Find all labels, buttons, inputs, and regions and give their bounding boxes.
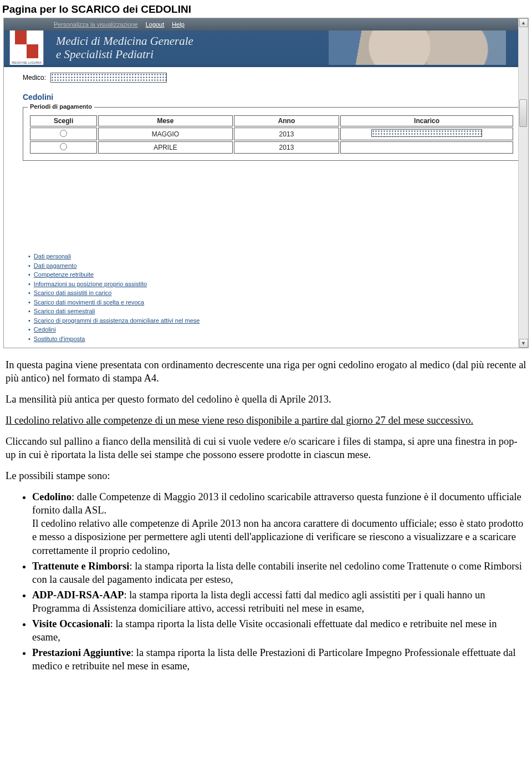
link-dati-pagamento[interactable]: Dati pagamento [34, 261, 77, 271]
link-dati-personali[interactable]: Dati personali [34, 252, 71, 261]
nav-link-list: Dati personali Dati pagamento Competenze… [23, 252, 520, 343]
list-item: Sostituto d'imposta [28, 334, 520, 344]
brand-line1: Medici di Medicina Generale [56, 34, 193, 48]
list-item: Visite Occasionali: la stampa riporta la… [32, 617, 526, 644]
cell-incarico [340, 141, 513, 154]
fieldset-legend: Periodi di pagamento [28, 103, 94, 110]
list-item: Scarico dati semestrali [28, 307, 520, 316]
app-window: Personalizza la visualizzazione Logout H… [3, 18, 529, 348]
top-menu-bar: Personalizza la visualizzazione Logout H… [4, 18, 528, 30]
list-text: Il cedolino relativo alle competenze di … [32, 518, 523, 556]
vertical-scrollbar[interactable]: ▲ ▼ [518, 18, 528, 348]
header-bar: REGIONE LIGURIA Medici di Medicina Gener… [4, 30, 528, 65]
bold-label: Cedolino [32, 491, 71, 502]
th-incarico: Incarico [340, 115, 513, 126]
list-item: ADP-ADI-RSA-AAP: la stampa riporta la li… [32, 588, 526, 615]
medico-value-redacted [50, 73, 167, 83]
scroll-up-arrow-icon[interactable]: ▲ [519, 18, 528, 27]
list-item: Scarico dati assistiti in carico [28, 288, 520, 298]
list-item: Prestazioni Aggiuntive: la stampa riport… [32, 646, 526, 673]
brand-line2: e Specialisti Pediatri [56, 48, 193, 61]
shield-icon [15, 30, 38, 58]
content-area: Medico: Cedolini Periodi di pagamento Sc… [4, 67, 528, 348]
list-item: Trattenute e Rimborsi: la stampa riporta… [32, 560, 526, 586]
paragraph: In questa pagina viene presentata con or… [6, 358, 526, 385]
link-sostituto[interactable]: Sostituto d'imposta [34, 334, 85, 344]
link-scarico-movimenti[interactable]: Scarico dati movimenti di scelta e revoc… [34, 298, 144, 307]
link-scarico-assistiti[interactable]: Scarico dati assistiti in carico [34, 288, 112, 298]
paragraph: La mensilità più antica per questo forma… [6, 393, 526, 406]
radio-row-1[interactable] [60, 143, 67, 150]
cell-anno: 2013 [234, 128, 340, 140]
scroll-down-arrow-icon[interactable]: ▼ [519, 339, 528, 348]
bold-label: Visite Occasionali [32, 618, 110, 629]
region-logo: REGIONE LIGURIA [9, 30, 44, 65]
th-mese: Mese [98, 115, 232, 126]
table-row: APRILE 2013 [30, 141, 513, 154]
list-item: Competenze retribuite [28, 270, 520, 279]
link-scarico-programmi[interactable]: Scarico di programmi di assistenza domic… [34, 316, 200, 326]
th-anno: Anno [234, 115, 340, 126]
periodi-table: Scegli Mese Anno Incarico MAGGIO 2013 [29, 114, 514, 155]
cell-mese: APRILE [98, 141, 232, 154]
cell-anno: 2013 [234, 141, 340, 154]
table-row: MAGGIO 2013 [30, 128, 513, 140]
document-title: Pagina per lo SCARICO dei CEDOLINI [0, 0, 532, 18]
underlined-text: Il cedolino relativo alle competenze di … [6, 415, 473, 426]
medico-row: Medico: [23, 73, 520, 83]
list-item: Informazioni su posizione proprio assist… [28, 279, 520, 289]
scroll-thumb[interactable] [519, 99, 527, 127]
list-text: : dalle Competenze di Maggio 2013 il ced… [32, 491, 521, 516]
periodi-fieldset: Periodi di pagamento Scegli Mese Anno In… [23, 107, 520, 161]
bold-label: ADP-ADI-RSA-AAP [32, 589, 124, 601]
paragraph: Le possibili stampe sono: [6, 469, 526, 482]
list-item: Scarico dati movimenti di scelta e revoc… [28, 298, 520, 307]
cell-mese: MAGGIO [98, 128, 232, 140]
list-item: Dati pagamento [28, 261, 520, 271]
scroll-track[interactable] [519, 27, 528, 339]
link-info-assistito[interactable]: Informazioni su posizione proprio assist… [34, 279, 147, 289]
brand-title: Medici di Medicina Generale e Specialist… [56, 34, 193, 61]
menu-personalize[interactable]: Personalizza la visualizzazione [54, 21, 138, 28]
list-item: Dati personali [28, 252, 520, 261]
cell-incarico [340, 128, 513, 140]
list-item: Cedolini [28, 325, 520, 334]
paragraph: Il cedolino relativo alle competenze di … [6, 414, 526, 427]
link-scarico-semestrali[interactable]: Scarico dati semestrali [34, 307, 95, 316]
link-competenze-retribuite[interactable]: Competenze retribuite [34, 270, 94, 279]
th-scegli: Scegli [30, 115, 97, 126]
link-cedolini[interactable]: Cedolini [34, 325, 56, 334]
bold-label: Prestazioni Aggiuntive [32, 647, 131, 658]
list-item: Cedolino: dalle Competenze di Maggio 201… [32, 490, 526, 557]
radio-row-0[interactable] [60, 130, 67, 137]
header-photo [329, 30, 506, 65]
logo-label: REGIONE LIGURIA [10, 61, 43, 64]
menu-help[interactable]: Help [172, 21, 185, 28]
list-item: Scarico di programmi di assistenza domic… [28, 316, 520, 326]
page-subtitle: Cedolini [23, 93, 520, 101]
incarico-redacted [371, 129, 482, 137]
medico-label: Medico: [23, 74, 46, 82]
bold-label: Trattenute e Rimborsi [32, 561, 129, 572]
paragraph: Cliccando sul pallino a fianco della men… [6, 435, 526, 461]
bullet-list: Cedolino: dalle Competenze di Maggio 201… [6, 490, 526, 673]
menu-logout[interactable]: Logout [146, 21, 165, 28]
document-prose: In questa pagina viene presentata con or… [0, 348, 532, 677]
